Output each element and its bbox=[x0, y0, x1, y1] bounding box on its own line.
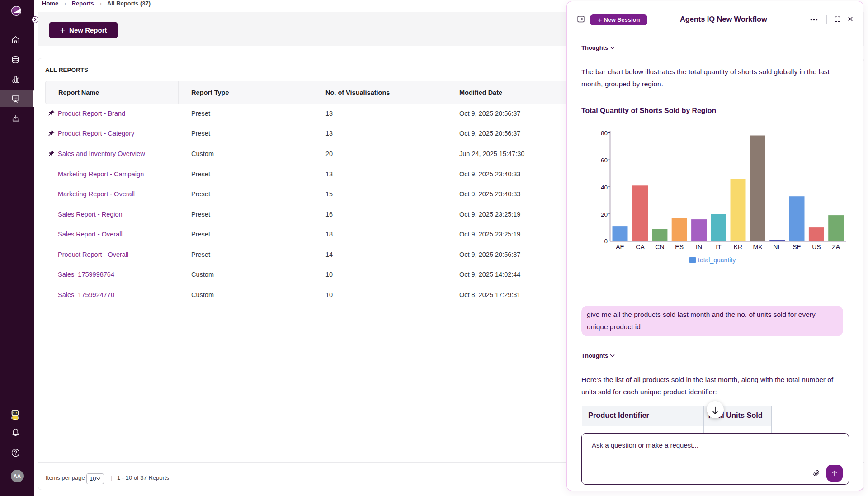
svg-text:ES: ES bbox=[675, 243, 684, 250]
svg-text:KR: KR bbox=[734, 243, 742, 250]
svg-text:IT: IT bbox=[716, 243, 722, 250]
svg-text:80: 80 bbox=[601, 130, 608, 137]
svg-text:NL: NL bbox=[773, 243, 781, 250]
svg-text:20: 20 bbox=[601, 211, 608, 218]
svg-text:ZA: ZA bbox=[832, 243, 840, 250]
svg-text:IN: IN bbox=[696, 243, 702, 250]
svg-text:US: US bbox=[812, 243, 821, 250]
svg-text:SE: SE bbox=[793, 243, 801, 250]
svg-text:0: 0 bbox=[604, 238, 608, 245]
svg-text:40: 40 bbox=[601, 184, 608, 191]
svg-text:AE: AE bbox=[616, 243, 624, 250]
svg-text:CN: CN bbox=[655, 243, 664, 250]
svg-text:MX: MX bbox=[753, 243, 763, 250]
svg-text:60: 60 bbox=[601, 157, 608, 164]
svg-text:CA: CA bbox=[636, 243, 645, 250]
